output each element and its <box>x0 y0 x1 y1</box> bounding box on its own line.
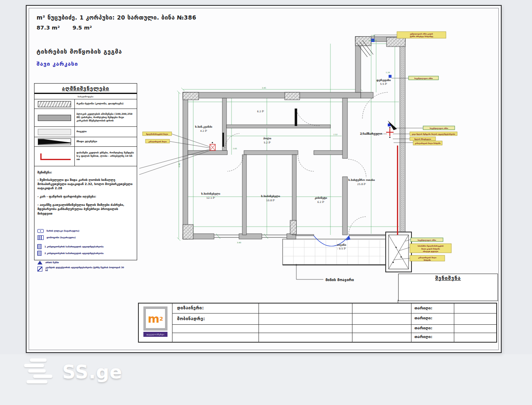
date-label: თარიღი: <box>414 334 432 339</box>
svg-text:3.45: 3.45 <box>262 87 266 89</box>
concrete-hatch-symbol <box>38 101 71 107</box>
svg-text:კანალიზაციის მილი: კანალიზაციის მილი <box>148 141 167 143</box>
svg-text:5.2 მ²: 5.2 მ² <box>264 141 271 144</box>
block-wall-symbol <box>38 115 71 121</box>
legend-panel: აღმნიშვნელები სახელწოდება რკინა-ბეტონი (… <box>34 83 137 260</box>
device-legend: ზარის ღილაკი (სავარაუდოა) დომოფონი (სავა… <box>37 229 135 274</box>
ssge-logo-text: SS.ge <box>62 361 122 383</box>
legend-row-bearing: მზიდი ელემენტი <box>34 137 137 147</box>
ssge-watermark: SS.ge <box>24 358 122 385</box>
svg-text:იხილეთ დეტალი: იხილეთ დეტალი <box>423 250 438 252</box>
right-wall <box>400 37 405 235</box>
remark-title: შენიშვნა <box>399 275 498 281</box>
svg-text:ს.საძინებელი: ს.საძინებელი <box>261 195 280 198</box>
dimension-lines <box>177 37 405 241</box>
plumbing-fixture-right <box>386 121 397 138</box>
ac-unit-2-icon <box>37 251 42 256</box>
ac-unit-1-icon <box>37 244 42 249</box>
date-label: თარიღი: <box>414 326 432 330</box>
svg-text:6.2 მ²: 6.2 მ² <box>318 200 325 203</box>
doorbell-icon <box>37 229 44 233</box>
svg-text:კანალიზაციის მილი შახტაში: კანალიზაციის მილი შახტაში <box>415 142 441 144</box>
plumbing-fixture-left <box>210 142 215 151</box>
device-row: ზარის ღილაკი (სავარაუდოა) <box>37 229 135 233</box>
svg-text:წყლის მრიცხველი: წყლის მრიცხველი <box>414 138 431 140</box>
svg-text:ს.სან.კვანძი: ს.სან.კვანძი <box>195 125 212 128</box>
leader-lines <box>139 35 423 260</box>
legend-label: დასაშენი კედლის უბნები, რომლებიც შენდება… <box>75 147 137 166</box>
svg-text:სავენტილაციო არხი: სავენტილაციო არხი <box>430 127 448 129</box>
date-label: თარიღი: <box>414 316 432 320</box>
smoke-detector-icon <box>37 267 42 272</box>
svg-text:6.2 მ²: 6.2 მ² <box>257 110 265 113</box>
project-title: m² ნუცუბიძე. 1 კორპუსი: 20 სართული. ბინა… <box>37 14 196 21</box>
legend-label: ბლოკის კედლების ამოშენება (100,200,250 მ… <box>75 109 137 126</box>
bearing-element-symbol <box>38 138 71 145</box>
legend-row-block-wall: ბლოკის კედლების ამოშენება (100,200,250 მ… <box>34 109 137 127</box>
svg-text:5.5 მ²: 5.5 მ² <box>380 82 388 85</box>
note-item: - აივანზე გათვალისწინებულია წყლის მიმღებ… <box>37 203 134 215</box>
svg-text:2.05: 2.05 <box>233 148 237 150</box>
notes-block: შენიშვნა: - შემოსასვლელი და შიდა კარის ღ… <box>34 166 137 216</box>
svg-text:0.90: 0.90 <box>178 163 180 167</box>
svg-text:ჭერში არსებულ შახტამდე: ჭერში არსებულ შახტამდე <box>410 35 433 37</box>
doors <box>222 92 389 246</box>
remark-box: შენიშვნა <box>398 274 498 301</box>
svg-text:სავენტილაციო არხი: სავენტილაციო არხი <box>418 239 436 241</box>
ssge-logo-icon <box>24 358 52 385</box>
svg-text:დერეფანი: დერეფანი <box>377 79 391 82</box>
glass-rail-label: მინის მოაჯირი <box>325 278 354 282</box>
svg-text:ს.საძინებელი: ს.საძინებელი <box>201 192 220 195</box>
legend-row-red-line: დასაშენი კედლის უბნები, რომლებიც შენდება… <box>34 147 137 166</box>
svg-text:ჰოლი: ჰოლი <box>263 137 271 140</box>
legend-label: მზიდი ელემენტი <box>75 137 137 146</box>
svg-text:25.8 მ²: 25.8 მ² <box>357 183 366 185</box>
svg-text:ვენტილაციის არხი გადის: ვენტილაციის არხი გადის <box>410 33 433 35</box>
kitchen-ref-label: 2/სამზარეულო <box>360 132 382 136</box>
svg-text:3.40: 3.40 <box>237 242 241 244</box>
svg-text:: 9.5 მ²: : 9.5 მ² <box>337 247 347 250</box>
notes-heading: შენიშვნა: <box>37 170 134 175</box>
svg-text:კაბინეტი: კაბინეტი <box>315 196 327 200</box>
area-values: 87.3 m² 9.5 m² <box>37 25 196 31</box>
date-label: თარიღი: <box>414 306 432 310</box>
svg-text:სახანძრო წყალმომარაგების: სახანძრო წყალმომარაგების <box>418 245 444 247</box>
svg-text:ს.სასტუმრო ოთახი: ს.სასტუმრო ოთახი <box>348 178 375 182</box>
red-line-symbol <box>40 153 71 160</box>
device-row: 2 კონდიციონერის სამართველის ადგილმდებარე… <box>37 251 135 256</box>
total-area: 87.3 m² <box>37 25 60 31</box>
device-row: 1 კონდიციონერის სამართველის ადგილმდებარე… <box>37 244 135 249</box>
device-row: არხის წუმბი <box>37 261 135 264</box>
svg-text:კანალიზაციის მილი: კანალიზაციის მილი <box>418 257 436 259</box>
svg-text:შახტაში: შახტაში <box>424 259 431 261</box>
legend-col-header: სახელწოდება <box>34 94 137 99</box>
resident-label: მობინადრე: <box>177 316 205 321</box>
svg-text:მილი გადის შახტაში: მილი გადის შახტაში <box>421 248 440 250</box>
svg-text:1.00: 1.00 <box>371 35 375 37</box>
device-row: კვამლის დეტექტორის ადგილმდებარეობა ჭერზე… <box>37 266 135 272</box>
legend-title: აღმნიშვნელები <box>62 85 109 91</box>
legend-row-concrete: რკინა-ბეტონი (კოლონა, დიაფრაგმა) <box>34 99 137 109</box>
balcony-area: 9.5 m² <box>72 25 92 31</box>
intercom-icon <box>37 235 44 240</box>
legend-label: რიგელი <box>75 127 137 137</box>
svg-text:12.1 მ²: 12.1 მ² <box>207 196 215 199</box>
designer-label: დიზაინერი: <box>177 306 204 310</box>
svg-text:2.32: 2.32 <box>333 133 337 136</box>
svg-text:1.20: 1.20 <box>386 72 390 74</box>
svg-text:აივანი: აივანი <box>337 243 346 247</box>
walls <box>183 37 405 239</box>
svg-text:ცივი წყლის შემყვანი მილის ადგი: ცივი წყლის შემყვანი მილის ადგილმდებარეობ… <box>412 133 456 135</box>
floor-plan: ვენტილაციის არხი გადის ჭერში არსებულ შახ… <box>139 31 501 289</box>
m2-logo: m2 <box>143 306 167 331</box>
note-item: - შემოსასვლელი და შიდა კარის ღიობის სიმა… <box>37 178 134 190</box>
svg-text:სავენტილაციო არხი: სავენტილაციო არხი <box>414 77 433 79</box>
m2-logo-banner: დეველოპმენტი <box>143 332 167 337</box>
device-row: დომოფონი (სავარაუდოა) <box>37 235 135 240</box>
drawing-sheet: m² ნუცუბიძე. 1 კორპუსი: 20 სართული. ბინა… <box>26 5 502 353</box>
red-wall-line <box>397 146 398 235</box>
legend-row-rigel: რიგელი <box>34 127 137 137</box>
svg-text:4.2 მ²: 4.2 მ² <box>200 129 208 132</box>
legend-label: რკინა-ბეტონი (კოლონა, დიაფრაგმა) <box>75 99 137 109</box>
svg-text:10.8 მ²: 10.8 მ² <box>266 199 275 202</box>
